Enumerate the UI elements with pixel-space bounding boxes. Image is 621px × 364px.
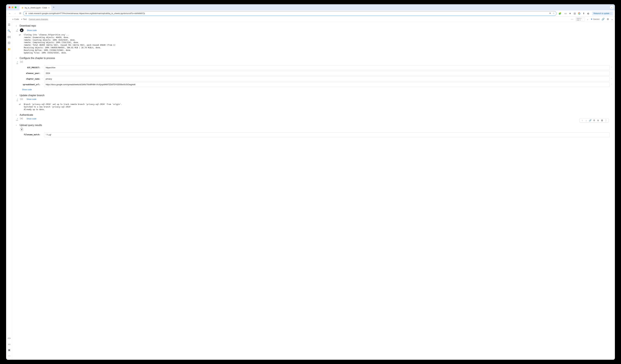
eye-icon[interactable]: 👁	[549, 12, 551, 15]
cell-toolbar: ↑ ↓ 🔗 ⚙ ⧉ 🗑 ⋮	[579, 118, 609, 122]
left-rail: ☰ 🔍 {x} ⚿ 📁 <> ▭ ▣ ⋯	[6, 22, 12, 360]
profile-icon[interactable]: ◐	[587, 12, 590, 15]
section-title: Upload query results	[19, 124, 42, 127]
gemini-button[interactable]: ✦Gemini	[591, 18, 600, 21]
bookmarks-bar-icon[interactable]: ★	[569, 12, 571, 15]
cell-gutter	[14, 128, 19, 132]
expand-icon[interactable]: ⌄	[611, 18, 613, 21]
section-title: Download repo	[19, 24, 36, 27]
output-toggle-icon[interactable]: ⇄	[19, 103, 23, 111]
tabs-dropdown-button[interactable]: ⌄	[610, 6, 613, 9]
extensions-icon[interactable]: 🧩	[559, 12, 561, 15]
section-download-repo: › Download repo ✓ 29s ▶ Show code	[14, 23, 612, 54]
delete-cell-icon[interactable]: 🗑	[601, 119, 604, 122]
check-icon: ✓	[17, 98, 18, 100]
cell-output: ⇄ Branch 'privacy-sql-2024' set up to tr…	[19, 103, 612, 111]
resource-indicator[interactable]: RAM Disk	[576, 17, 585, 21]
section-configure: › Configure the chapter to process ✓ 0s …	[14, 56, 612, 91]
gcp-project-input[interactable]	[44, 65, 610, 70]
site-info-icon[interactable]: ⚙	[25, 12, 27, 15]
secrets-icon[interactable]: ⚿	[7, 41, 11, 45]
chevron-right-icon[interactable]: ›	[16, 94, 18, 97]
variables-icon[interactable]: {x}	[7, 35, 11, 39]
colab-toolbar: +Code +Text Cannot save changes ⋯ RAM Di…	[6, 17, 615, 22]
side-panel-icon[interactable]: ▤	[573, 12, 576, 15]
browser-tab[interactable]: bq_to_sheets.ipynb - Colab ×	[19, 5, 51, 10]
chapter-name-input[interactable]	[44, 77, 610, 81]
new-tab-button[interactable]: +	[53, 6, 54, 9]
code-snippets-icon[interactable]: <>	[7, 336, 11, 340]
add-text-button[interactable]: +Text	[21, 18, 27, 20]
bookmark-star-icon[interactable]: ☆	[553, 12, 554, 15]
rail-more-icon[interactable]: ⋯	[7, 354, 11, 358]
back-button[interactable]: ←	[8, 11, 12, 16]
colab-icon	[21, 7, 23, 9]
section-authenticate: › Authenticate ✓ 24s [4] Show code	[14, 113, 612, 121]
output-text: Cloning into 'almanac.httparchive.org'..…	[24, 33, 116, 54]
mirror-cell-icon[interactable]: ⧉	[597, 119, 600, 122]
more-menu-icon: ⋮	[610, 12, 612, 15]
chevron-right-icon[interactable]: ›	[16, 25, 18, 27]
move-up-icon[interactable]: ↑	[581, 119, 584, 122]
move-down-icon[interactable]: ↓	[585, 119, 587, 122]
cell-gutter: ✓ 29s	[14, 28, 19, 32]
section-title: Configure the chapter to process	[19, 57, 55, 60]
files-icon[interactable]: 📁	[7, 47, 11, 51]
cannot-save-link[interactable]: Cannot save changes	[29, 18, 48, 20]
address-actions: 👁 ☆	[549, 12, 554, 15]
cell-4: ✓ 24s [4] Show code	[14, 117, 612, 121]
show-code-link[interactable]: Show code	[27, 98, 36, 100]
chevron-right-icon[interactable]: ›	[16, 114, 18, 116]
filename-match-input[interactable]	[44, 132, 610, 137]
section-title: Update chapter branch	[19, 94, 44, 97]
run-cell-button[interactable]: ▶	[20, 28, 23, 32]
show-code-link[interactable]: Show code	[27, 117, 36, 120]
cell-more-icon[interactable]: ⋮	[605, 119, 607, 122]
runtime-dropdown[interactable]: ⌄	[587, 18, 588, 20]
add-code-button[interactable]: +Code	[12, 18, 19, 20]
toc-icon[interactable]: ☰	[7, 23, 11, 27]
toolbar-more-icon[interactable]: ⋯	[571, 17, 573, 21]
section-upload: ↑ ↓ 🔗 ⚙ ⧉ 🗑 ⋮ › Upload query results	[14, 123, 612, 137]
show-code-link[interactable]: Show code	[22, 88, 32, 91]
output-toggle-icon[interactable]: ⇄	[19, 33, 23, 54]
cell-settings-icon[interactable]: ⚙	[593, 119, 595, 122]
minimize-window-button[interactable]	[12, 6, 14, 8]
url-text: colab.research.google.com/github/HTTPArc…	[28, 12, 548, 15]
settings-gear-icon[interactable]: ⚙	[607, 18, 609, 21]
show-code-link[interactable]: Show code	[27, 29, 37, 32]
running-cell-button[interactable]	[20, 128, 23, 132]
check-icon: ✓	[17, 118, 18, 119]
chevron-right-icon[interactable]: ›	[16, 57, 18, 59]
section-title: Authenticate	[19, 114, 33, 116]
search-icon[interactable]: 🔍	[7, 29, 11, 33]
extension-icons: 🧩 ▭ ★ ▤ ⬇ ◐	[559, 12, 590, 15]
close-tab-button[interactable]: ×	[48, 7, 50, 9]
cell-output: ⇄ Cloning into 'almanac.httparchive.org'…	[19, 33, 612, 54]
spreadsheet-url-input[interactable]	[44, 82, 610, 87]
chevron-right-icon[interactable]: ›	[16, 124, 18, 126]
command-palette-icon[interactable]: ▭	[7, 342, 11, 346]
google-icon[interactable]	[578, 12, 581, 15]
maximize-window-button[interactable]	[15, 6, 17, 8]
almanac-year-input[interactable]	[44, 71, 610, 76]
downloads-icon[interactable]: ⬇	[583, 12, 585, 15]
reload-button[interactable]: ⟳	[18, 11, 22, 16]
cell-gutter: ✓ 0s	[14, 98, 19, 101]
terminal-icon[interactable]: ▣	[7, 348, 11, 352]
cell-2: ✓ 0s [2]	[14, 61, 612, 64]
close-window-button[interactable]	[9, 6, 10, 8]
address-bar[interactable]: ⚙ colab.research.google.com/github/HTTPA…	[23, 11, 556, 16]
relaunch-button[interactable]: Relaunch to update ⋮	[592, 11, 613, 16]
content-area: ☰ 🔍 {x} ⚿ 📁 <> ▭ ▣ ⋯ › Download repo	[6, 22, 615, 360]
forward-button[interactable]: →	[13, 11, 17, 16]
cell-gutter: ✓ 24s	[14, 117, 19, 121]
exec-number: [3]	[20, 98, 23, 100]
reading-list-icon[interactable]: ▭	[564, 12, 567, 15]
exec-number: [2]	[20, 61, 23, 63]
link-cell-icon[interactable]: 🔗	[589, 119, 591, 122]
link-icon[interactable]: 🔗	[602, 18, 605, 21]
notebook[interactable]: › Download repo ✓ 29s ▶ Show code	[12, 22, 615, 360]
form-row-almanac-year: almanac_year: " "	[22, 71, 612, 76]
form-row-gcp-project: GCP_PROJECT: " "	[22, 65, 612, 70]
